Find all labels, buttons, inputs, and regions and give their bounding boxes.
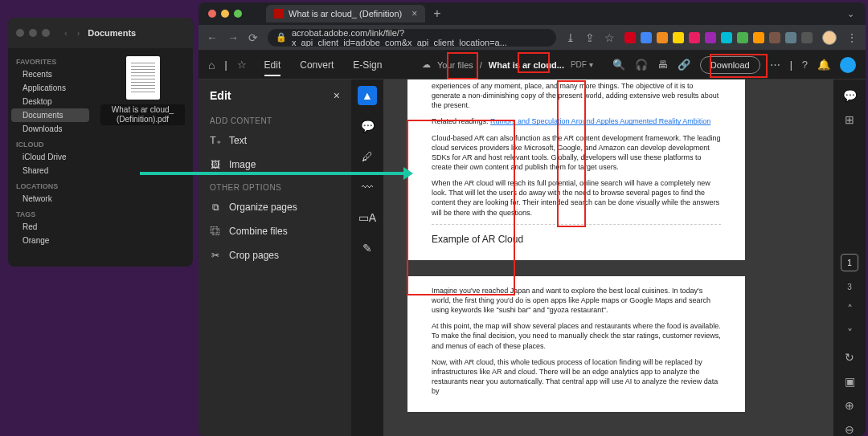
browser-traffic-lights[interactable] [208, 10, 242, 18]
chevron-down-icon[interactable]: ˅ [847, 327, 853, 340]
extension-icon[interactable] [689, 32, 700, 43]
finder-traffic-lights[interactable] [16, 29, 50, 37]
extension-icon[interactable] [624, 32, 636, 43]
file-type-dropdown[interactable]: PDF ▾ [571, 60, 593, 69]
select-tool[interactable]: ▲ [358, 86, 377, 105]
extension-icon[interactable] [785, 32, 796, 43]
browser-tab[interactable]: What is ar cloud_ (Definition) × [266, 5, 425, 22]
doc-text: When the AR cloud will reach its full po… [432, 178, 721, 218]
extension-icon[interactable] [641, 32, 652, 43]
crumb-filename: What is ar cloud... [489, 60, 564, 70]
install-icon[interactable]: ⤓ [566, 31, 575, 44]
doc-text: Imagine you've reached Japan and want to… [432, 286, 721, 315]
fit-icon[interactable]: ▣ [845, 375, 855, 388]
url-input[interactable]: 🔒 acrobat.adobe.com/link/file/?x_api_cli… [268, 29, 556, 47]
page-current[interactable]: 1 [841, 254, 858, 271]
download-button[interactable]: Download [700, 56, 760, 74]
draw-tool[interactable]: 〰 [358, 177, 377, 197]
bell-icon[interactable]: 🔔 [817, 59, 830, 71]
chat-icon[interactable]: 💬 [843, 89, 857, 102]
user-avatar[interactable] [840, 57, 856, 73]
crumb-yourfiles[interactable]: Your files [437, 60, 473, 70]
extension-icon[interactable] [721, 32, 732, 43]
cloud-icon: ☁ [422, 59, 431, 70]
print-icon[interactable]: 🖶 [657, 59, 668, 71]
sidebar-item-network[interactable]: Network [8, 192, 92, 206]
finder-sidebar: Favorites Recents Applications Desktop D… [8, 48, 92, 267]
profile-avatar[interactable] [822, 31, 837, 45]
chevron-up-icon[interactable]: ˄ [847, 303, 853, 316]
tool-rail: ▲ 💬 🖊 〰 ▭A ✎ [351, 79, 383, 436]
back-button[interactable]: ← [207, 31, 218, 44]
extension-icon[interactable] [673, 32, 684, 43]
extension-icon[interactable] [705, 32, 716, 43]
close-icon[interactable]: × [411, 8, 417, 19]
panel-item-text[interactable]: T₊ Text [199, 128, 351, 153]
doc-text: Related readings: Rumors and Speculation… [432, 116, 721, 126]
chevron-left-icon[interactable]: ‹ [64, 28, 68, 38]
panel-item-combine[interactable]: ⿻ Combine files [199, 219, 351, 243]
tab-title: What is ar cloud_ (Definition) [289, 9, 402, 18]
close-icon[interactable]: × [334, 89, 340, 102]
chevron-down-icon[interactable]: ⌄ [847, 9, 854, 19]
search-icon[interactable]: 🔍 [612, 59, 625, 71]
sidebar-item-orange[interactable]: Orange [8, 234, 92, 247]
zoom-out-icon[interactable]: ⊖ [845, 423, 854, 436]
headphones-icon[interactable]: 🎧 [635, 59, 648, 71]
tab-esign[interactable]: E-Sign [345, 51, 390, 79]
textbox-tool[interactable]: ▭A [358, 208, 377, 227]
panel-section-add: ADD CONTENT [199, 110, 351, 128]
finder-title: Documents [88, 28, 136, 38]
doc-link[interactable]: Rumors and Speculation Around Apples Aug… [490, 117, 710, 125]
page-total: 3 [847, 283, 852, 291]
breadcrumb: ☁ Your files / What is ar cloud... PDF ▾ [422, 59, 593, 70]
document-viewport[interactable]: experiences of any moment, place, and ma… [383, 79, 833, 436]
menu-icon[interactable]: ⋮ [846, 31, 858, 44]
sidebar-item-applications[interactable]: Applications [8, 81, 92, 95]
acrobat-app: ⌂ | ☆ Edit Convert E-Sign ☁ Your files /… [199, 51, 866, 436]
image-icon: 🖼 [210, 159, 221, 170]
lock-icon: 🔒 [276, 32, 287, 43]
sidebar-item-documents[interactable]: Documents [11, 108, 89, 122]
home-icon[interactable]: ⌂ [208, 59, 215, 71]
reload-button[interactable]: ⟳ [248, 31, 258, 44]
right-rail: 💬 ⊞ 1 3 ˄ ˅ ↻ ▣ ⊕ ⊖ [833, 79, 866, 436]
comment-tool[interactable]: 💬 [358, 116, 377, 136]
new-tab-button[interactable]: + [433, 6, 440, 21]
extension-icon[interactable] [737, 32, 748, 43]
sidebar-item-red[interactable]: Red [8, 220, 92, 234]
star-outline-icon[interactable]: ☆ [237, 59, 247, 71]
tab-edit[interactable]: Edit [256, 51, 289, 79]
sidebar-item-desktop[interactable]: Desktop [8, 95, 92, 108]
forward-button[interactable]: → [227, 31, 239, 44]
chevron-right-icon[interactable]: › [77, 28, 80, 38]
file-item[interactable]: What is ar cloud_ (Definition).pdf [100, 56, 185, 125]
sidebar-item-downloads[interactable]: Downloads [8, 122, 92, 136]
panels-icon[interactable]: ⊞ [845, 113, 854, 126]
rotate-icon[interactable]: ↻ [845, 351, 854, 364]
address-bar: ← → ⟳ 🔒 acrobat.adobe.com/link/file/?x_a… [199, 25, 866, 51]
finder-nav[interactable]: ‹ › [64, 28, 80, 38]
adobe-icon [274, 9, 284, 18]
highlight-tool[interactable]: 🖊 [358, 147, 377, 166]
zoom-in-icon[interactable]: ⊕ [845, 399, 854, 412]
more-icon[interactable]: ⋯ [770, 59, 780, 71]
help-icon[interactable]: ? [802, 59, 808, 71]
extension-icon[interactable] [657, 32, 668, 43]
doc-heading: Example of AR Cloud [432, 233, 721, 246]
text-icon: T₊ [210, 135, 221, 146]
tab-convert[interactable]: Convert [292, 51, 342, 79]
sidebar-item-icloud-drive[interactable]: iCloud Drive [8, 150, 92, 164]
eraser-tool[interactable]: ✎ [358, 238, 377, 258]
extension-icon[interactable] [801, 32, 813, 43]
sidebar-item-recents[interactable]: Recents [8, 67, 92, 81]
star-icon[interactable]: ☆ [604, 31, 615, 44]
share-icon[interactable]: ⇪ [585, 31, 595, 44]
organize-icon: ⧉ [210, 202, 221, 213]
extension-icon[interactable] [753, 32, 764, 43]
sidebar-item-shared[interactable]: Shared [8, 164, 92, 177]
extension-icon[interactable] [769, 32, 780, 43]
panel-item-crop[interactable]: ✂ Crop pages [199, 243, 351, 267]
link-icon[interactable]: 🔗 [678, 59, 690, 71]
panel-item-organize[interactable]: ⧉ Organize pages [199, 195, 351, 219]
